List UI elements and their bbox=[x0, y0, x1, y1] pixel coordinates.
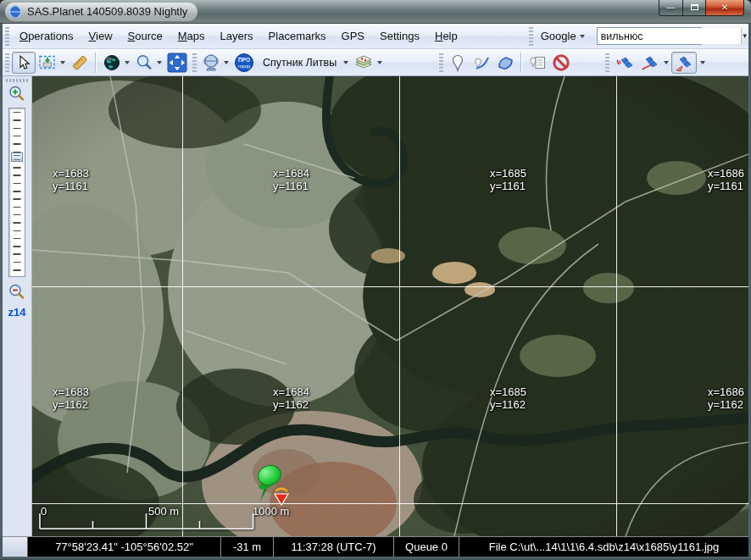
selection-tool-button[interactable] bbox=[36, 52, 68, 74]
search-dropdown-button[interactable]: ▼ bbox=[741, 28, 748, 44]
gps-track-icon bbox=[640, 53, 660, 72]
cursor-icon bbox=[14, 53, 33, 72]
zoom-sidebar: z14 bbox=[3, 76, 32, 536]
menu-operations[interactable]: Operations bbox=[12, 25, 81, 48]
chevron-down-icon[interactable] bbox=[700, 61, 705, 64]
title-bar: SAS.Planet 140509.8039 Nightly — ✕ bbox=[0, 0, 751, 24]
placemark-pin-icon bbox=[448, 53, 467, 72]
status-elevation: -31 m bbox=[221, 537, 274, 557]
window-title: SAS.Planet 140509.8039 Nightly bbox=[27, 5, 187, 18]
search-provider-label: Google bbox=[541, 30, 576, 42]
zoom-out-icon bbox=[8, 283, 26, 302]
menu-settings[interactable]: Settings bbox=[372, 25, 427, 48]
satellite-imagery bbox=[32, 76, 748, 536]
layers-icon bbox=[353, 53, 374, 72]
window-controls: — ✕ bbox=[659, 0, 744, 16]
menu-layers[interactable]: Layers bbox=[213, 25, 261, 48]
search-input[interactable] bbox=[598, 28, 741, 44]
menubar-grip[interactable] bbox=[5, 27, 9, 46]
minimize-button[interactable]: — bbox=[659, 0, 682, 16]
scale-ruler bbox=[39, 512, 254, 530]
tile-grid-line bbox=[616, 76, 617, 536]
gps-connect-icon bbox=[615, 53, 635, 72]
menu-view[interactable]: View bbox=[81, 25, 120, 48]
zoom-slider-ticks bbox=[14, 112, 21, 273]
zoom-tool-button[interactable] bbox=[132, 52, 164, 74]
add-placemark-button[interactable] bbox=[446, 52, 470, 74]
tile-grid-line bbox=[399, 76, 400, 536]
gps-track-button[interactable] bbox=[637, 52, 671, 74]
toolbar-separator bbox=[95, 53, 97, 73]
app-window: SAS.Planet 140509.8039 Nightly — ✕ Opera… bbox=[0, 0, 751, 560]
menu-gps[interactable]: GPS bbox=[334, 25, 372, 48]
zoom-in-button[interactable] bbox=[6, 84, 28, 104]
chevron-down-icon bbox=[60, 61, 65, 64]
status-coordinates: 77°58'23.41" -105°56'02.52" bbox=[28, 537, 221, 557]
ruler-tool-button[interactable] bbox=[68, 52, 92, 74]
menu-source[interactable]: Source bbox=[120, 25, 170, 48]
gps-follow-button[interactable] bbox=[671, 52, 697, 74]
placemark-manager-button[interactable] bbox=[526, 52, 549, 74]
tile-label: x=1685y=1161 bbox=[490, 167, 526, 192]
menu-placemarks[interactable]: Placemarks bbox=[261, 25, 334, 48]
menu-maps[interactable]: Maps bbox=[170, 25, 213, 48]
tile-label: x=1685y=1162 bbox=[490, 385, 526, 411]
scale-label-1000: 1000 m bbox=[253, 505, 289, 518]
search-provider-button[interactable]: Google bbox=[536, 28, 590, 44]
status-download-queue: Queue 0 bbox=[394, 537, 459, 557]
toolbar-grip-4[interactable] bbox=[605, 53, 609, 72]
globe-stand-icon bbox=[202, 53, 220, 72]
zoom-slider[interactable] bbox=[8, 108, 25, 277]
chevron-down-icon bbox=[157, 61, 162, 64]
path-tool-icon bbox=[472, 53, 491, 72]
map-viewport[interactable]: x=1683y=1161 x=1684y=1161 x=1685y=1161 x… bbox=[32, 76, 748, 536]
tile-label: x=1683y=1161 bbox=[53, 167, 89, 192]
menu-bar: Operations View Source Maps Layers Place… bbox=[3, 24, 748, 49]
status-tile-file: File C:\ut\...14\1\1\6.4.sdb\z14\x1685\y… bbox=[459, 537, 748, 557]
map-type-button[interactable]: Спутник Литвы bbox=[257, 52, 351, 74]
toolbar-grip-3[interactable] bbox=[439, 53, 443, 72]
tile-label: x=1686y=1162 bbox=[708, 385, 744, 411]
tile-grid-line bbox=[182, 76, 183, 536]
toolbar-separator bbox=[520, 53, 522, 73]
pro-gorod-button[interactable]: ПРО город bbox=[231, 52, 257, 74]
svg-text:ПРО: ПРО bbox=[238, 57, 250, 63]
layers-button[interactable] bbox=[351, 52, 385, 74]
tile-label: x=1684y=1162 bbox=[273, 385, 309, 411]
statusbar-grip-cell bbox=[3, 537, 28, 557]
chevron-down-icon bbox=[125, 61, 130, 64]
gps-follow-icon bbox=[674, 53, 694, 72]
menu-help[interactable]: Help bbox=[427, 25, 465, 48]
magnifier-icon bbox=[135, 53, 153, 72]
status-time: 11:37:28 (UTC-7) bbox=[274, 537, 394, 557]
placemark-list-icon bbox=[528, 53, 547, 72]
zoom-slider-thumb[interactable] bbox=[11, 152, 23, 162]
fullscreen-button[interactable] bbox=[164, 52, 190, 74]
searchbar-grip[interactable] bbox=[529, 27, 533, 46]
main-toolbar: ПРО город Спутник Литвы bbox=[3, 49, 748, 76]
content-area: z14 bbox=[0, 76, 751, 536]
map-source-globe-button[interactable] bbox=[100, 52, 132, 74]
hide-marks-button[interactable] bbox=[549, 52, 573, 74]
toolbar-grip-1[interactable] bbox=[5, 53, 9, 72]
map-type-label: Спутник Литвы bbox=[259, 57, 340, 69]
gps-connect-button[interactable] bbox=[612, 52, 637, 74]
chevron-down-icon bbox=[580, 35, 585, 38]
tile-grid-line bbox=[32, 286, 748, 287]
internet-cache-button[interactable] bbox=[199, 52, 231, 74]
sidebar-grip[interactable] bbox=[6, 79, 28, 82]
add-polygon-button[interactable] bbox=[493, 52, 517, 74]
chevron-down-icon bbox=[224, 61, 229, 64]
cursor-tool-button[interactable] bbox=[12, 52, 36, 74]
zoom-out-button[interactable] bbox=[6, 282, 28, 302]
pro-gorod-icon: ПРО город bbox=[234, 53, 254, 73]
maximize-button[interactable] bbox=[682, 0, 705, 16]
red-search-result-pin[interactable] bbox=[270, 485, 293, 507]
status-bar: 77°58'23.41" -105°56'02.52" -31 m 11:37:… bbox=[3, 536, 748, 557]
add-path-button[interactable] bbox=[470, 52, 493, 74]
svg-text:город: город bbox=[238, 64, 251, 69]
close-button[interactable]: ✕ bbox=[705, 0, 744, 16]
no-marks-icon bbox=[552, 53, 570, 72]
tile-grid-line bbox=[32, 503, 748, 504]
toolbar-grip-2[interactable] bbox=[192, 53, 197, 72]
